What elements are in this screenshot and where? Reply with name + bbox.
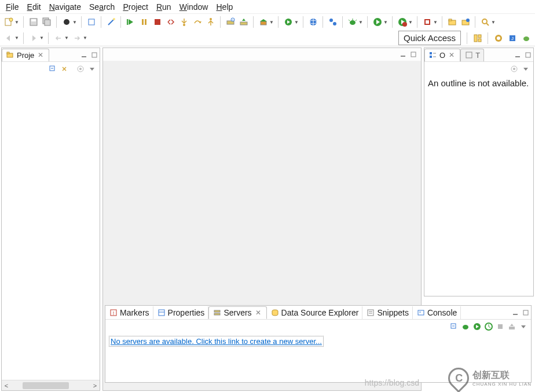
step-into-button[interactable]	[178, 16, 190, 28]
outline-tab[interactable]: O ✕	[424, 49, 460, 61]
scroll-right-arrow[interactable]: >	[90, 382, 100, 389]
wand-button[interactable]	[105, 16, 118, 28]
minimize-editor-button[interactable]	[398, 50, 408, 59]
console-tab[interactable]: Console	[413, 306, 461, 319]
debug-server-button[interactable]	[461, 322, 470, 331]
menu-project[interactable]: Project	[119, 1, 152, 13]
new-button[interactable]	[2, 16, 15, 28]
horizontal-scrollbar[interactable]: < >	[2, 380, 100, 390]
build-dropdown[interactable]: ▼	[269, 20, 274, 25]
next-edit-button[interactable]	[27, 32, 40, 45]
minimize-view-button[interactable]	[513, 50, 522, 60]
run-dropdown[interactable]: ▼	[383, 20, 388, 25]
next-edit-dropdown[interactable]: ▼	[39, 35, 44, 41]
publish-server-button[interactable]	[507, 322, 516, 331]
new-dropdown[interactable]: ▼	[14, 20, 19, 25]
new-server-button[interactable]: +	[224, 16, 237, 28]
view-menu-button[interactable]	[87, 64, 97, 74]
svg-rect-5	[45, 20, 50, 25]
maximize-view-button[interactable]	[521, 308, 530, 317]
forward-button[interactable]	[71, 32, 83, 45]
perspective-dropdown[interactable]: ▼	[72, 20, 77, 25]
build-button[interactable]	[257, 16, 270, 28]
link-button[interactable]	[85, 16, 98, 28]
search-button[interactable]	[479, 16, 492, 28]
snippets-tab[interactable]: Snippets	[362, 306, 412, 319]
separator	[48, 32, 49, 44]
scroll-thumb[interactable]	[23, 382, 69, 389]
perspective-button[interactable]	[60, 16, 73, 28]
open-type-button[interactable]	[446, 16, 459, 28]
close-icon[interactable]: ✕	[36, 50, 45, 60]
project-explorer-toolbar	[2, 62, 100, 76]
svg-marker-24	[260, 19, 267, 21]
publish-button[interactable]	[237, 16, 250, 28]
view-menu-button[interactable]	[521, 64, 530, 74]
debug-perspective-button[interactable]	[520, 32, 533, 45]
debug-button[interactable]	[346, 16, 359, 28]
markers-tab[interactable]: ! Markers	[105, 306, 153, 319]
menu-window[interactable]: Window	[176, 1, 212, 13]
open-perspective-button[interactable]	[471, 32, 484, 45]
save-all-button[interactable]	[41, 16, 53, 28]
start-server-button[interactable]	[472, 322, 482, 331]
prev-edit-button[interactable]	[2, 32, 15, 45]
scroll-left-arrow[interactable]: <	[2, 382, 11, 389]
back-dropdown[interactable]: ▼	[64, 35, 69, 41]
save-button[interactable]	[27, 16, 40, 28]
forward-dropdown[interactable]: ▼	[83, 35, 87, 41]
run-last-dropdown[interactable]: ▼	[408, 20, 413, 25]
link-editor-button[interactable]	[60, 64, 69, 74]
search-dropdown[interactable]: ▼	[491, 20, 496, 25]
collapse-all-button[interactable]	[449, 322, 459, 331]
data-source-explorer-tab[interactable]: Data Source Explorer	[267, 306, 363, 319]
project-explorer-tab[interactable]: Proje ✕	[2, 49, 49, 61]
prev-edit-dropdown[interactable]: ▼	[14, 35, 19, 41]
profile-server-button[interactable]	[484, 322, 493, 331]
disconnect-button[interactable]	[164, 16, 177, 28]
servers-tab[interactable]: Servers ✕	[208, 306, 266, 319]
close-icon[interactable]: ✕	[254, 308, 263, 317]
web-button[interactable]	[307, 16, 320, 28]
java-perspective-button[interactable]: J	[506, 32, 519, 45]
svg-marker-50	[32, 35, 36, 41]
maximize-editor-button[interactable]	[409, 50, 418, 59]
run-last-button[interactable]	[396, 16, 409, 28]
external-tools-dropdown[interactable]: ▼	[433, 20, 438, 25]
resume-button[interactable]	[124, 16, 137, 28]
step-over-button[interactable]	[191, 16, 204, 28]
focus-task-button[interactable]	[76, 64, 85, 74]
minimize-view-button[interactable]	[511, 308, 520, 317]
create-server-link[interactable]: No servers are available. Click this lin…	[109, 336, 324, 347]
project-explorer-body[interactable]	[2, 76, 100, 380]
minimize-view-button[interactable]	[79, 50, 89, 60]
tasklist-tab[interactable]: T	[460, 49, 484, 61]
step-return-button[interactable]	[204, 16, 217, 28]
import-breakpoints-button[interactable]	[327, 16, 339, 28]
quick-access-field[interactable]: Quick Access	[398, 31, 461, 45]
maximize-view-button[interactable]	[90, 50, 99, 60]
view-menu-button[interactable]	[519, 322, 528, 331]
run-button[interactable]	[371, 16, 384, 28]
pause-button[interactable]	[138, 16, 151, 28]
maximize-view-button[interactable]	[523, 50, 533, 60]
menu-edit[interactable]: Edit	[24, 1, 45, 13]
stop-button[interactable]	[151, 16, 164, 28]
menu-navigate[interactable]: Navigate	[46, 1, 85, 13]
stop-server-button[interactable]	[496, 322, 505, 331]
jee-perspective-button[interactable]	[492, 32, 505, 45]
menu-run[interactable]: Run	[153, 1, 175, 13]
back-button[interactable]	[52, 32, 65, 45]
debug-dropdown[interactable]: ▼	[358, 20, 363, 25]
properties-tab[interactable]: Properties	[153, 306, 209, 319]
menu-help[interactable]: Help	[212, 1, 236, 13]
collapse-all-button[interactable]	[48, 64, 57, 74]
open-task-button[interactable]	[459, 16, 472, 28]
menu-file[interactable]: FFileile	[2, 1, 23, 13]
launch-dropdown[interactable]: ▼	[294, 20, 299, 25]
launch-button[interactable]	[282, 16, 295, 28]
close-icon[interactable]: ✕	[447, 50, 456, 60]
focus-button[interactable]	[510, 64, 519, 74]
external-tools-button[interactable]	[421, 16, 434, 28]
menu-search[interactable]: Search	[86, 1, 118, 13]
